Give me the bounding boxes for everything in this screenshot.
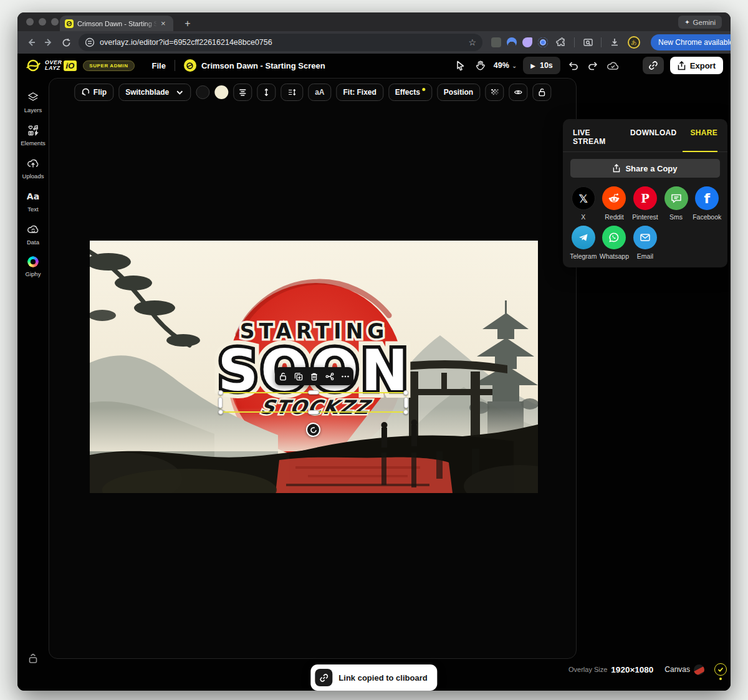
visibility-button[interactable]	[509, 84, 527, 101]
duration-label: 10s	[540, 61, 553, 70]
line-height-button[interactable]	[280, 84, 303, 101]
redo-icon[interactable]	[587, 59, 600, 72]
share-target-sms[interactable]: Sms	[661, 186, 692, 221]
overlay-size-label: Overlay Size	[568, 666, 607, 673]
file-menu[interactable]: File	[152, 61, 166, 70]
sidebar-item-elements[interactable]: Elements	[21, 124, 46, 146]
new-tab-button[interactable]: +	[181, 17, 194, 31]
reload-icon[interactable]	[59, 35, 74, 50]
share-target-telegram[interactable]: Telegram	[568, 226, 599, 260]
duplicate-icon[interactable]	[294, 372, 303, 381]
profile-avatar[interactable]: あ	[628, 36, 640, 49]
chevron-down-icon: ⌄	[512, 62, 517, 69]
share-target-whatsapp[interactable]: Whatsapp	[599, 226, 630, 260]
canvas-label[interactable]: Canvas	[664, 665, 690, 674]
chrome-update-button[interactable]: New Chrome available ⋮	[651, 34, 731, 50]
share-target-facebook[interactable]: f Facebook	[691, 186, 722, 221]
overlayz-wordmark[interactable]: OVER LAYZ iO	[45, 60, 77, 71]
extension-icon-2[interactable]	[507, 37, 517, 47]
lock-button[interactable]	[532, 84, 551, 101]
opacity-button[interactable]	[485, 84, 504, 101]
sidebar-item-giphy[interactable]: Giphy	[26, 256, 41, 277]
close-window-button[interactable]	[26, 18, 34, 26]
font-select[interactable]: Switchblade	[118, 84, 191, 101]
back-icon[interactable]	[24, 35, 39, 50]
export-label: Export	[690, 61, 716, 70]
share-target-email[interactable]: Email	[630, 226, 661, 260]
sparkle-icon: ✦	[684, 19, 689, 26]
elements-icon	[27, 124, 39, 137]
selection-handle-s[interactable]	[308, 410, 319, 415]
preview-duration-button[interactable]: ▶ 10s	[523, 57, 560, 74]
tab-live-stream[interactable]: LIVE STREAM	[573, 128, 616, 146]
vertical-align-button[interactable]	[257, 84, 276, 101]
selection-handle-sw[interactable]	[218, 410, 223, 415]
canvas-thumbnail[interactable]	[694, 664, 704, 675]
gemini-label: Gemini	[693, 19, 716, 26]
share-a-copy-button[interactable]: Share a Copy	[570, 159, 720, 178]
share-target-reddit[interactable]: Reddit	[599, 186, 630, 221]
share-target-pinterest[interactable]: P Pinterest	[630, 186, 661, 221]
dock-toggle-button[interactable]	[26, 652, 40, 668]
zoom-window-button[interactable]	[51, 18, 59, 26]
browser-tab[interactable]: Crimson Dawn - Starting Scre ×	[60, 16, 173, 31]
tab-share[interactable]: SHARE	[690, 128, 717, 146]
share-target-x[interactable]: 𝕏 X	[568, 186, 599, 221]
zoom-level: 49%	[494, 61, 509, 70]
extension-icon-3[interactable]	[522, 37, 532, 47]
extension-icon-4[interactable]	[538, 37, 548, 47]
flip-button[interactable]: Flip	[74, 84, 113, 101]
window-controls[interactable]	[26, 18, 59, 26]
letter-case-button[interactable]: aA	[308, 84, 331, 101]
sidebar-item-data[interactable]: Data	[27, 223, 39, 246]
forward-icon[interactable]	[41, 35, 56, 50]
delete-icon[interactable]	[310, 372, 319, 381]
tab-download[interactable]: DOWNLOAD	[630, 128, 676, 146]
tab-close-icon[interactable]: ×	[161, 19, 166, 27]
undo-icon[interactable]	[567, 59, 580, 72]
sidebar-item-uploads[interactable]: Uploads	[22, 157, 44, 180]
selection-handle-e[interactable]	[404, 397, 408, 408]
selection-handle-nw[interactable]	[218, 390, 223, 395]
node-branch-icon[interactable]	[325, 372, 334, 381]
saved-check-icon[interactable]	[714, 663, 727, 676]
giphy-icon	[27, 256, 39, 267]
overlayz-app: OVER LAYZ iO SUPER ADMIN File Crimson Da…	[17, 54, 731, 691]
extension-icon-1[interactable]	[491, 37, 501, 47]
rotate-handle[interactable]	[306, 423, 320, 437]
email-icon	[633, 226, 657, 249]
downloads-icon[interactable]	[607, 35, 622, 50]
selection-handle-n[interactable]	[308, 390, 319, 395]
fit-mode-button[interactable]: Fit: Fixed	[336, 84, 383, 101]
selection-handle-ne[interactable]	[403, 390, 408, 395]
copy-link-button[interactable]	[643, 57, 664, 74]
design-canvas[interactable]: STARTING SOON SOON STOCKZZ	[90, 241, 538, 493]
unlock-icon[interactable]	[279, 372, 287, 381]
pan-hand-icon[interactable]	[474, 59, 487, 72]
tab-search-icon[interactable]	[580, 35, 595, 50]
export-button[interactable]: Export	[670, 57, 723, 74]
select-cursor-icon[interactable]	[454, 59, 467, 72]
extensions-puzzle-icon[interactable]	[554, 35, 568, 50]
fill-color-swatch[interactable]	[214, 85, 228, 99]
zoom-control[interactable]: 49% ⌄	[494, 61, 517, 70]
more-options-icon[interactable]	[341, 372, 350, 381]
effects-button[interactable]: Effects	[388, 84, 432, 101]
flip-icon	[81, 88, 90, 97]
selection-handle-se[interactable]	[403, 410, 408, 415]
minimize-window-button[interactable]	[39, 18, 46, 26]
play-icon: ▶	[530, 62, 535, 69]
document-title[interactable]: Crimson Dawn - Starting Screen	[201, 61, 325, 70]
site-settings-icon[interactable]	[85, 37, 95, 47]
overlayz-logo-icon[interactable]	[25, 57, 41, 74]
bookmark-star-icon[interactable]: ☆	[468, 37, 476, 47]
position-button[interactable]: Position	[437, 84, 480, 101]
text-align-button[interactable]	[233, 84, 252, 101]
gemini-button[interactable]: ✦ Gemini	[678, 16, 722, 29]
sidebar-item-text[interactable]: Aa Text	[27, 190, 39, 213]
stroke-color-swatch[interactable]	[196, 85, 209, 99]
sidebar-item-layers[interactable]: Layers	[24, 91, 42, 113]
selection-box[interactable]	[220, 392, 406, 413]
selection-handle-w[interactable]	[218, 397, 223, 408]
address-input[interactable]: overlayz.io/editor?id=6952cff22616214e8b…	[79, 34, 482, 51]
